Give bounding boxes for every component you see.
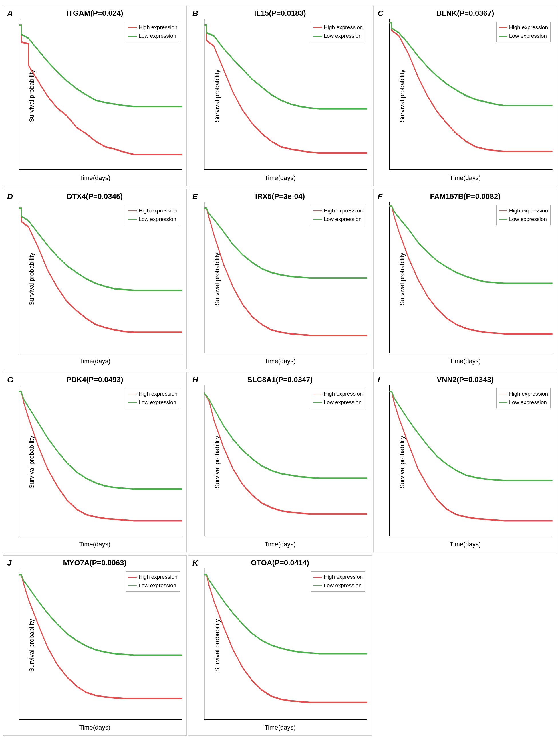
x-axis-label: Time(days)	[79, 358, 111, 365]
legend-high-label: High expression	[138, 573, 177, 581]
x-axis-label: Time(days)	[264, 541, 296, 548]
legend-high-line	[128, 393, 137, 394]
panel-g: GPDK4(P=0.0493)Survival probabilityTime(…	[3, 372, 187, 553]
legend-high-label: High expression	[324, 389, 363, 398]
x-axis-label: Time(days)	[79, 724, 111, 731]
x-axis-label: Time(days)	[449, 541, 481, 548]
high-curve-i	[389, 391, 553, 521]
legend-low-item: Low expression	[499, 215, 548, 224]
high-curve-g	[19, 391, 182, 521]
legend-low-item: Low expression	[128, 398, 177, 407]
high-curve-a	[19, 25, 182, 155]
legend-low-label: Low expression	[509, 215, 547, 224]
x-axis-label: Time(days)	[264, 724, 296, 731]
legend-high-item: High expression	[314, 23, 363, 32]
legend-low-line	[314, 219, 322, 220]
legend-f: High expressionLow expression	[496, 205, 551, 225]
legend-low-label: Low expression	[324, 215, 361, 224]
legend-low-item: Low expression	[314, 398, 363, 407]
legend-e: High expressionLow expression	[311, 205, 365, 225]
legend-high-item: High expression	[314, 573, 363, 581]
legend-low-label: Low expression	[324, 32, 361, 40]
panel-title-c: BLNK(P=0.0367)	[437, 9, 494, 18]
legend-a: High expressionLow expression	[125, 22, 180, 42]
x-axis-label: Time(days)	[449, 174, 481, 182]
panel-label-h: H	[193, 375, 198, 384]
high-curve-d	[19, 208, 182, 332]
panel-title-k: OTOA(P=0.0414)	[251, 558, 309, 567]
legend-low-label: Low expression	[509, 398, 547, 407]
panel-label-c: C	[378, 9, 383, 18]
legend-high-label: High expression	[509, 206, 548, 215]
high-curve-e	[204, 208, 367, 335]
legend-low-label: Low expression	[324, 581, 361, 590]
legend-high-line	[128, 210, 137, 211]
legend-low-line	[314, 585, 322, 586]
legend-high-line	[499, 27, 507, 28]
panel-label-b: B	[193, 9, 198, 18]
legend-high-label: High expression	[324, 23, 363, 32]
panel-title-i: VNN2(P=0.0343)	[437, 375, 494, 384]
legend-high-label: High expression	[138, 206, 177, 215]
legend-low-item: Low expression	[314, 581, 363, 590]
x-axis-label: Time(days)	[79, 541, 111, 548]
legend-low-label: Low expression	[509, 32, 547, 40]
x-axis-label: Time(days)	[449, 358, 481, 365]
x-axis-label: Time(days)	[264, 174, 296, 182]
panel-label-a: A	[7, 9, 13, 18]
panel-h: HSLC8A1(P=0.0347)Survival probabilityTim…	[188, 372, 372, 553]
legend-i: High expressionLow expression	[496, 388, 551, 408]
high-curve-b	[204, 25, 367, 153]
legend-high-item: High expression	[314, 206, 363, 215]
high-curve-c	[389, 23, 553, 151]
legend-low-item: Low expression	[128, 32, 177, 40]
legend-high-label: High expression	[509, 389, 548, 398]
legend-high-item: High expression	[128, 573, 177, 581]
legend-low-line	[499, 219, 507, 220]
high-curve-k	[204, 575, 367, 702]
legend-k: High expressionLow expression	[311, 571, 365, 592]
panel-title-f: FAM157B(P=0.0082)	[430, 192, 500, 201]
legend-low-line	[314, 402, 322, 403]
legend-low-item: Low expression	[314, 215, 363, 224]
legend-high-line	[314, 393, 322, 394]
legend-high-item: High expression	[128, 23, 177, 32]
legend-b: High expressionLow expression	[311, 22, 365, 42]
legend-high-item: High expression	[314, 389, 363, 398]
panel-label-f: F	[378, 192, 382, 201]
legend-low-item: Low expression	[314, 32, 363, 40]
panel-i: IVNN2(P=0.0343)Survival probabilityTime(…	[373, 372, 557, 553]
legend-high-line	[128, 27, 137, 28]
legend-h: High expressionLow expression	[311, 388, 365, 408]
legend-high-item: High expression	[499, 23, 548, 32]
panel-label-d: D	[7, 192, 13, 201]
legend-low-line	[314, 36, 322, 37]
legend-c: High expressionLow expression	[496, 22, 551, 42]
panel-b: BIL15(P=0.0183)Survival probabilityTime(…	[188, 6, 372, 186]
legend-low-item: Low expression	[128, 581, 177, 590]
legend-low-label: Low expression	[138, 581, 176, 590]
legend-low-line	[128, 219, 137, 220]
legend-low-line	[499, 402, 507, 403]
panel-k: KOTOA(P=0.0414)Survival probabilityTime(…	[188, 555, 372, 736]
panel-d: DDTX4(P=0.0345)Survival probabilityTime(…	[3, 189, 187, 369]
legend-low-label: Low expression	[138, 215, 176, 224]
panel-title-j: MYO7A(P=0.0063)	[63, 558, 126, 567]
panel-title-b: IL15(P=0.0183)	[254, 9, 306, 18]
legend-low-line	[128, 36, 137, 37]
panel-a: AITGAM(P=0.024)Survival probabilityTime(…	[3, 6, 187, 186]
legend-high-line	[314, 210, 322, 211]
legend-d: High expressionLow expression	[125, 205, 180, 225]
panel-e: EIRX5(P=3e-04)Survival probabilityTime(d…	[188, 189, 372, 369]
legend-low-label: Low expression	[324, 398, 361, 407]
legend-low-item: Low expression	[499, 398, 548, 407]
legend-g: High expressionLow expression	[125, 388, 180, 408]
legend-high-label: High expression	[138, 389, 177, 398]
legend-high-label: High expression	[324, 206, 363, 215]
legend-low-line	[499, 36, 507, 37]
legend-high-item: High expression	[128, 206, 177, 215]
legend-high-line	[314, 27, 322, 28]
panel-label-j: J	[7, 558, 12, 567]
legend-low-item: Low expression	[499, 32, 548, 40]
legend-high-item: High expression	[499, 389, 548, 398]
